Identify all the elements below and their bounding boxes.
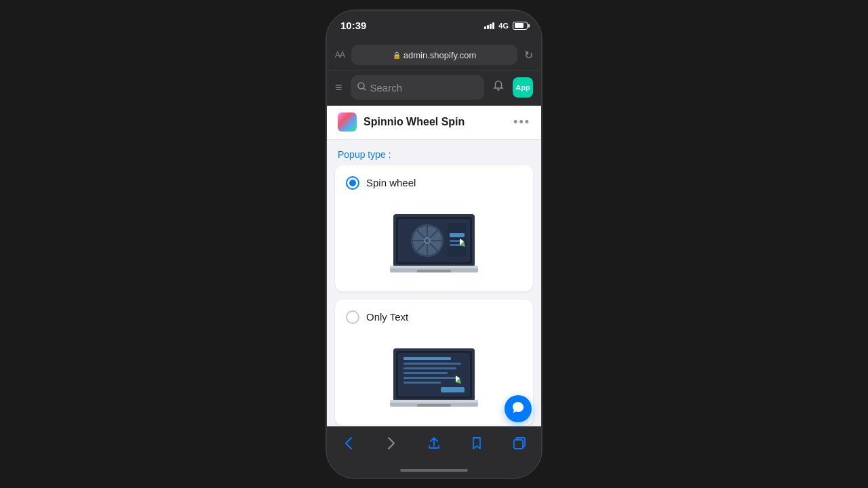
spin-wheel-option-card[interactable]: Spin wheel: [335, 165, 533, 291]
option-header: Spin wheel: [346, 176, 522, 190]
svg-rect-37: [514, 440, 523, 449]
svg-rect-32: [403, 377, 458, 379]
share-button[interactable]: [419, 428, 449, 458]
svg-rect-17: [450, 233, 465, 237]
search-icon: [357, 82, 366, 93]
tabs-button[interactable]: [505, 428, 534, 458]
only-text-radio[interactable]: [346, 310, 359, 324]
svg-rect-31: [403, 372, 448, 374]
status-icons: 4G: [484, 22, 528, 30]
only-text-option-card[interactable]: Only Text: [335, 300, 533, 426]
svg-rect-30: [403, 367, 456, 369]
more-options-button[interactable]: •••: [513, 115, 530, 129]
spin-wheel-label: Spin wheel: [366, 177, 416, 188]
refresh-button[interactable]: ↻: [524, 49, 533, 62]
svg-rect-27: [390, 400, 478, 403]
browser-bar: AA 🔒 admin.shopify.com ↻: [327, 41, 541, 70]
address-bar[interactable]: 🔒 admin.shopify.com: [351, 45, 517, 65]
option-header-text: Only Text: [346, 310, 522, 324]
svg-rect-33: [403, 382, 441, 384]
hamburger-menu-icon[interactable]: ≡: [335, 81, 342, 95]
lock-icon: 🔒: [393, 52, 401, 59]
text-size-control[interactable]: AA: [335, 50, 344, 60]
spin-wheel-radio[interactable]: [346, 176, 359, 190]
bottom-navigation: [327, 426, 541, 463]
only-text-illustration: [346, 333, 522, 415]
notifications-bell-icon[interactable]: [492, 80, 505, 96]
app-name: Spinnio Wheel Spin: [363, 116, 465, 128]
main-content: Spinnio Wheel Spin ••• Popup type : Spin…: [327, 106, 541, 426]
network-type: 4G: [498, 22, 509, 30]
svg-rect-29: [403, 363, 461, 365]
forward-button[interactable]: [376, 428, 406, 458]
svg-rect-6: [417, 270, 451, 272]
home-bar: [400, 469, 468, 472]
svg-rect-28: [403, 357, 451, 360]
battery-icon: [513, 22, 528, 30]
svg-rect-26: [417, 404, 451, 407]
svg-rect-34: [441, 387, 465, 392]
app-logo: [338, 113, 357, 131]
spin-wheel-illustration: [346, 199, 522, 281]
phone-frame: 10:39 4G AA 🔒 admin.shopify.com ↻ ≡: [326, 9, 542, 479]
status-bar: 10:39 4G: [327, 11, 541, 41]
app-header-left: Spinnio Wheel Spin: [338, 113, 465, 131]
only-text-label: Only Text: [366, 311, 408, 323]
svg-point-15: [425, 239, 429, 243]
back-button[interactable]: [334, 428, 363, 458]
chat-fab-button[interactable]: [505, 395, 532, 422]
popup-type-label: Popup type :: [327, 140, 541, 165]
status-time: 10:39: [340, 20, 366, 31]
svg-line-1: [363, 88, 366, 90]
top-navigation: ≡ Search App: [327, 70, 541, 106]
home-indicator: [327, 463, 541, 478]
signal-bars: [484, 22, 494, 29]
url-text: admin.shopify.com: [403, 50, 476, 60]
svg-rect-7: [390, 266, 478, 268]
bookmarks-button[interactable]: [462, 428, 492, 458]
app-badge[interactable]: App: [513, 77, 533, 98]
search-input-placeholder: Search: [370, 82, 403, 94]
app-header: Spinnio Wheel Spin •••: [327, 106, 541, 140]
search-bar[interactable]: Search: [351, 75, 484, 100]
chat-icon: [512, 401, 524, 416]
svg-rect-18: [450, 240, 460, 242]
